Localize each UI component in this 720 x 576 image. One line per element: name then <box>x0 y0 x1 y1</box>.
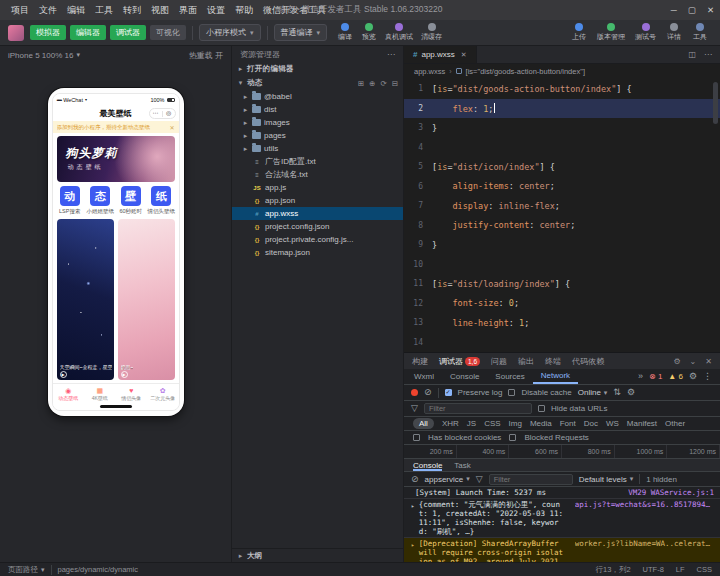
devtools-settings-icon[interactable]: ⚙ <box>689 372 697 381</box>
code-line[interactable]: 11[is="dist/loading/index"] { <box>404 274 720 294</box>
status-item[interactable]: CSS <box>697 565 712 575</box>
tree-item[interactable]: {}project.private.config.js... <box>232 233 403 246</box>
type-filter-media[interactable]: Media <box>530 419 552 428</box>
debugger-tab-terminal[interactable]: 终端 <box>545 356 561 367</box>
tree-item[interactable]: #app.wxss <box>232 207 403 220</box>
split-editor-icon[interactable]: ◫ <box>688 50 696 59</box>
mode-select[interactable]: 小程序模式 ▾ <box>199 24 261 41</box>
clear-console-icon[interactable]: ⊘ <box>411 475 419 484</box>
menu-item[interactable]: 设置 <box>202 0 230 20</box>
console-log-list[interactable]: [System] Launch Time: 5237 msVM29 WAServ… <box>404 487 720 562</box>
user-avatar[interactable] <box>8 25 24 41</box>
type-filter-xhr[interactable]: XHR <box>442 419 459 428</box>
breadcrumb-selector[interactable]: [is="dist/goods-action-button/index"] <box>466 67 585 76</box>
remote-debug-button[interactable]: 真机调试 <box>381 23 417 42</box>
console-drawer-tab-console[interactable]: Console <box>413 459 442 471</box>
device-selector[interactable]: iPhone 5 100% 16 ▾ <box>8 51 80 60</box>
console-drawer-tab-task[interactable]: Task <box>454 461 470 470</box>
minimize-icon[interactable]: ─ <box>671 5 677 15</box>
more-icon[interactable]: ⋯ <box>387 50 395 59</box>
devtools-tab-wxml[interactable]: Wxml <box>406 369 442 384</box>
status-item[interactable]: 行13，列2 <box>596 565 631 575</box>
code-line[interactable]: 2 flex: 1; <box>404 99 720 119</box>
throttle-select[interactable]: Online ▾ <box>578 388 608 397</box>
page-path-select[interactable]: 页面路径 ▾ <box>8 565 45 575</box>
expand-icon[interactable]: ▸ <box>411 539 415 562</box>
debugger-tab-problems[interactable]: 问题 <box>491 356 507 367</box>
context-select[interactable]: appservice ▾ <box>425 475 470 484</box>
code-area[interactable]: 1[is="dist/goods-action-button/index"] {… <box>404 78 720 352</box>
network-timeline[interactable]: 200 ms400 ms600 ms800 ms1000 ms1200 ms <box>404 445 720 459</box>
code-line[interactable]: 5[is="dist/icon/index"] { <box>404 157 720 177</box>
menu-item[interactable]: 编辑 <box>62 0 90 20</box>
menu-item[interactable]: 工具 <box>90 0 118 20</box>
close-icon[interactable]: ✕ <box>707 5 714 15</box>
source-link[interactable]: api.js?t=wechat&s=16..8517894acfcd8f39:3… <box>575 500 714 536</box>
menu-item[interactable]: 文件 <box>34 0 62 20</box>
feature-item-girl-wallpaper[interactable]: 态小姐姐壁纸 <box>85 186 115 215</box>
compile-mode-select[interactable]: 普通编译 ▾ <box>274 24 328 41</box>
toggle-simulator[interactable]: 模拟器 <box>30 25 66 40</box>
editor-tab[interactable]: # app.wxss ✕ <box>404 46 477 63</box>
type-filter-other[interactable]: Other <box>665 419 685 428</box>
devtools-tab-network[interactable]: Network <box>533 369 578 384</box>
new-file-icon[interactable]: ⊞ <box>358 79 364 88</box>
tree-item[interactable]: ▸dist <box>232 103 403 116</box>
type-filter-ws[interactable]: WS <box>606 419 619 428</box>
open-editors-section[interactable]: ▸ 打开的编辑器 <box>232 62 403 76</box>
menu-item[interactable]: 转到 <box>118 0 146 20</box>
phone-tab-dynamic[interactable]: ◉动态壁纸 <box>53 384 85 403</box>
clear-network-icon[interactable]: ⊘ <box>424 388 432 397</box>
editor-scrollbar[interactable] <box>713 82 718 124</box>
debugger-tab-output[interactable]: 输出 <box>518 356 534 367</box>
phone-tab-couple-avatar[interactable]: ♥情侣头像 <box>116 384 148 403</box>
code-line[interactable]: 6 align-items: center; <box>404 177 720 197</box>
error-count-badge[interactable]: ⊗ 1 <box>649 372 662 381</box>
overflow-icon[interactable]: » <box>638 372 643 381</box>
code-line[interactable]: 13 line-height: 1; <box>404 313 720 333</box>
has-blocked-cookies-checkbox[interactable] <box>413 434 420 441</box>
version-control-button[interactable]: 版本管理 <box>593 23 629 42</box>
debugger-tab-build[interactable]: 构建 <box>412 356 428 367</box>
tree-item[interactable]: ▸@babel <box>232 90 403 103</box>
preview-button[interactable]: 预览 <box>357 23 381 42</box>
code-line[interactable]: 14 <box>404 333 720 353</box>
toggle-debugger[interactable]: 调试器 <box>110 25 146 40</box>
hot-reload-toggle[interactable]: 热重载 开 <box>189 50 223 61</box>
code-line[interactable]: 7 display: inline-flex; <box>404 196 720 216</box>
refresh-icon[interactable]: ⟳ <box>380 79 386 88</box>
network-filter-input[interactable]: Filter <box>424 403 532 414</box>
console-entry[interactable]: ▸[Deprecation] SharedArrayBuffer will re… <box>404 538 720 562</box>
console-entry[interactable]: ▸{comment: "元气满满的初心里", count: 1, created… <box>404 499 720 538</box>
menu-item[interactable]: 界面 <box>174 0 202 20</box>
tree-item[interactable]: ▸pages <box>232 129 403 142</box>
details-button[interactable]: 详情 <box>662 23 686 42</box>
tree-item[interactable]: {}sitemap.json <box>232 246 403 259</box>
breadcrumb-file[interactable]: app.wxss <box>414 67 445 76</box>
menu-item[interactable]: 视图 <box>146 0 174 20</box>
debugger-tab-debugger[interactable]: 调试器1,6 <box>439 356 480 367</box>
debugger-tab-dependencies[interactable]: 代码依赖 <box>572 356 604 367</box>
tree-item[interactable]: {}project.config.json <box>232 220 403 233</box>
more-icon[interactable]: ⋯ <box>704 50 712 59</box>
type-filter-manifest[interactable]: Manifest <box>627 419 657 428</box>
type-filter-js[interactable]: JS <box>467 419 476 428</box>
compile-button[interactable]: 编译 <box>333 23 357 42</box>
network-settings-icon[interactable]: ⚙ <box>627 388 635 397</box>
code-line[interactable]: 12 font-size: 0; <box>404 294 720 314</box>
type-filter-font[interactable]: Font <box>560 419 576 428</box>
feature-item-couple-wallpaper[interactable]: 纸情侣头壁纸 <box>146 186 176 215</box>
import-export-icon[interactable]: ⇅ <box>613 388 621 397</box>
exit-icon[interactable]: ◎ <box>163 109 175 118</box>
preserve-log-checkbox[interactable] <box>445 389 452 396</box>
feature-item-timer-60s[interactable]: 壁60秒延时 <box>116 186 146 215</box>
tree-item[interactable]: ≡合法域名.txt <box>232 168 403 181</box>
tree-item[interactable]: JSapp.js <box>232 181 403 194</box>
wallpaper-card[interactable]: 奶思~▶ <box>118 219 175 380</box>
expand-icon[interactable]: ▸ <box>411 500 415 536</box>
log-levels-select[interactable]: Default levels ▾ <box>579 475 634 484</box>
devtools-tab-console[interactable]: Console <box>442 369 487 384</box>
tree-item[interactable]: ≡广告ID配置.txt <box>232 155 403 168</box>
type-filter-img[interactable]: Img <box>509 419 522 428</box>
code-line[interactable]: 3} <box>404 118 720 138</box>
